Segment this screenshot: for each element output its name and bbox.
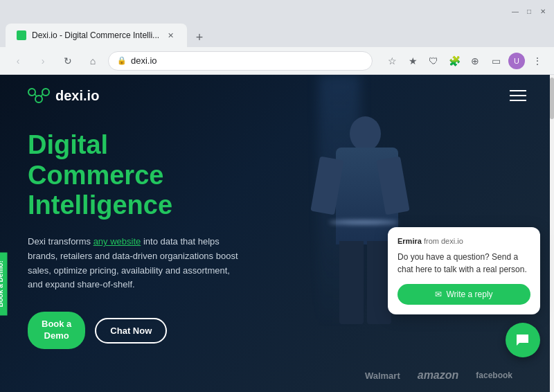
maximize-button[interactable]: □ bbox=[524, 6, 535, 17]
refresh-button[interactable]: ↻ bbox=[58, 51, 78, 71]
walmart-logo: Walmart bbox=[365, 371, 400, 381]
user-avatar[interactable]: U bbox=[508, 53, 525, 69]
tab-close-button[interactable]: ✕ bbox=[165, 30, 176, 41]
hero-title: Digital Commerce Intelligence bbox=[28, 130, 242, 221]
hero-description: Dexi transforms any website into data th… bbox=[28, 235, 242, 292]
svg-point-1 bbox=[28, 89, 35, 96]
svg-point-0 bbox=[19, 33, 24, 38]
bookmark-icon[interactable]: ☆ bbox=[384, 53, 400, 69]
website-content: dexi.io Digital Commerce Intelligence De… bbox=[0, 75, 554, 392]
home-button[interactable]: ⌂ bbox=[83, 51, 102, 71]
tab-bar: Dexi.io - Digital Commerce Intelli... ✕ … bbox=[0, 22, 554, 47]
chat-message: Do you have a question? Send a chat here… bbox=[397, 251, 530, 276]
site-navigation: dexi.io bbox=[0, 75, 554, 116]
address-bar-row: ‹ › ↻ ⌂ 🔒 dexi.io ☆ ★ 🛡 🧩 ⊕ ▭ U ⋮ bbox=[0, 47, 554, 75]
write-reply-button[interactable]: ✉ Write a reply bbox=[397, 284, 530, 305]
page-scrollbar[interactable] bbox=[550, 75, 554, 392]
cast-icon[interactable]: ▭ bbox=[488, 53, 504, 69]
hero-section: Digital Commerce Intelligence Dexi trans… bbox=[28, 130, 242, 349]
chat-popup: Ermira from dexi.io Do you have a questi… bbox=[388, 227, 540, 314]
title-bar: — □ ✕ bbox=[0, 0, 554, 22]
tab-title: Dexi.io - Digital Commerce Intelli... bbox=[32, 30, 159, 40]
active-tab[interactable]: Dexi.io - Digital Commerce Intelli... ✕ bbox=[6, 24, 187, 47]
extension-icon[interactable]: 🧩 bbox=[446, 53, 463, 69]
chat-now-button[interactable]: Chat Now bbox=[95, 318, 167, 344]
hamburger-line-3 bbox=[510, 100, 526, 101]
new-tab-button[interactable]: + bbox=[190, 28, 209, 47]
browser-actions: ☆ ★ 🛡 🧩 ⊕ ▭ U ⋮ bbox=[384, 53, 546, 69]
url-display: dexi.io bbox=[131, 55, 157, 66]
book-demo-button[interactable]: Book a Demo bbox=[28, 312, 85, 349]
close-button[interactable]: ✕ bbox=[537, 6, 548, 17]
shield-icon[interactable]: 🛡 bbox=[425, 53, 442, 69]
cta-buttons: Book a Demo Chat Now bbox=[28, 312, 242, 349]
svg-point-2 bbox=[42, 89, 49, 96]
chat-widget: Ermira from dexi.io Do you have a questi… bbox=[388, 227, 540, 357]
tab-favicon bbox=[17, 30, 26, 40]
partner-logos: Walmart amazon facebook bbox=[365, 369, 512, 382]
logo-icon bbox=[28, 88, 50, 103]
hamburger-line-1 bbox=[510, 90, 526, 91]
menu-icon[interactable]: ⋮ bbox=[529, 53, 546, 69]
address-bar[interactable]: 🔒 dexi.io bbox=[108, 51, 373, 71]
minimize-button[interactable]: — bbox=[510, 6, 521, 17]
browser-frame: — □ ✕ Dexi.io - Digital Commerce Intelli… bbox=[0, 0, 554, 392]
hamburger-menu[interactable] bbox=[510, 90, 526, 101]
logo-text: dexi.io bbox=[55, 88, 99, 104]
back-button[interactable]: ‹ bbox=[8, 51, 28, 71]
facebook-logo: facebook bbox=[476, 371, 512, 380]
site-logo[interactable]: dexi.io bbox=[28, 88, 99, 104]
reply-icon: ✉ bbox=[435, 289, 442, 299]
lock-icon: 🔒 bbox=[117, 56, 127, 65]
chat-agent-info: Ermira from dexi.io bbox=[397, 237, 530, 245]
amazon-logo: amazon bbox=[418, 369, 459, 382]
chat-bubble-button[interactable] bbox=[506, 323, 540, 357]
window-controls: — □ ✕ bbox=[510, 6, 548, 17]
forward-button[interactable]: › bbox=[33, 51, 53, 71]
star-icon[interactable]: ★ bbox=[404, 53, 421, 69]
book-demo-banner[interactable]: Book a Demo! bbox=[0, 252, 8, 315]
chat-bubble-icon bbox=[515, 332, 531, 348]
hamburger-line-2 bbox=[510, 95, 526, 96]
more-icon[interactable]: ⊕ bbox=[467, 53, 483, 69]
